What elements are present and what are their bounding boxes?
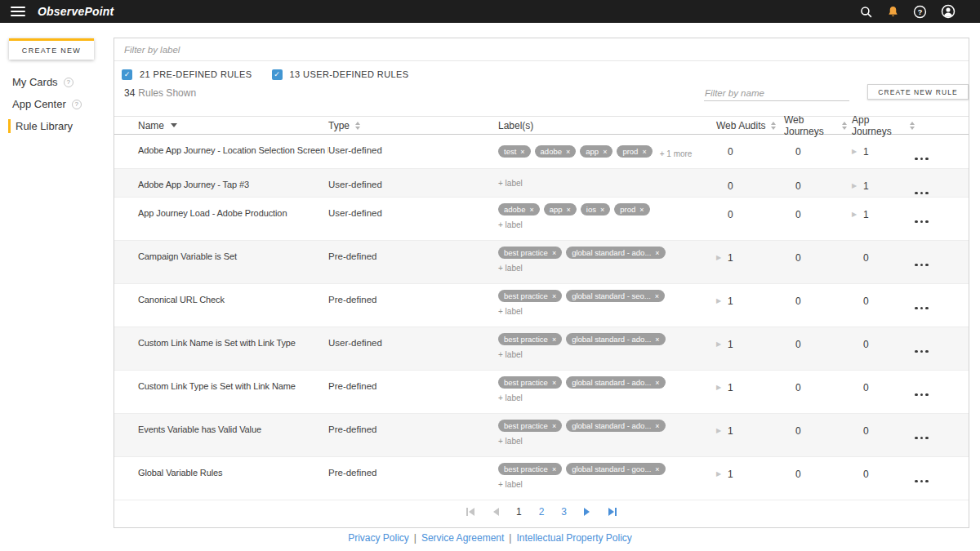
column-header-label: App Journeys — [852, 114, 904, 137]
remove-label-icon[interactable]: × — [552, 249, 556, 257]
help-icon[interactable]: ? — [913, 5, 927, 19]
pagination-page-1[interactable]: 1 — [516, 506, 522, 518]
row-actions-cell — [915, 457, 969, 500]
account-icon[interactable] — [941, 4, 956, 19]
remove-label-icon[interactable]: × — [552, 422, 556, 430]
remove-label-icon[interactable]: × — [529, 206, 533, 214]
row-menu-ellipsis-icon[interactable] — [915, 437, 929, 440]
column-header-type[interactable]: Type — [328, 117, 498, 134]
row-actions-cell — [915, 169, 969, 197]
row-menu-ellipsis-icon[interactable] — [915, 220, 929, 224]
row-menu-ellipsis-icon[interactable] — [915, 393, 929, 397]
help-badge-icon[interactable]: ? — [72, 100, 82, 109]
add-label-button[interactable]: + label — [498, 264, 711, 273]
table-row[interactable]: App Journey Load - Adobe ProductionUser-… — [114, 198, 969, 241]
pagination-page-2[interactable]: 2 — [539, 506, 545, 518]
remove-label-icon[interactable]: × — [655, 465, 659, 473]
create-new-rule-button[interactable]: CREATE NEW RULE — [867, 84, 969, 100]
add-label-button[interactable]: + label — [498, 307, 711, 316]
remove-label-icon[interactable]: × — [552, 335, 556, 344]
web-audits-cell: ▶1 — [711, 327, 779, 370]
footer-link[interactable]: Intellectual Property Policy — [516, 532, 631, 544]
count-value: 0 — [863, 425, 869, 437]
table-row[interactable]: Custom Link Type is Set with Link NamePr… — [114, 371, 969, 414]
sidebar-item-app-center[interactable]: App Center? — [0, 93, 113, 115]
predefined-rules-checkbox[interactable]: ✓ 21 PRE-DEFINED RULES — [122, 69, 252, 80]
remove-label-icon[interactable]: × — [639, 206, 644, 214]
run-play-icon[interactable]: ▶ — [716, 295, 728, 306]
more-labels-link[interactable]: + 1 more — [660, 149, 693, 158]
remove-label-icon[interactable]: × — [600, 206, 604, 214]
row-menu-ellipsis-icon[interactable] — [915, 158, 929, 161]
add-label-button[interactable]: + label — [498, 437, 711, 446]
row-menu-ellipsis-icon[interactable] — [915, 350, 929, 353]
add-label-button[interactable]: + label — [498, 480, 711, 489]
userdefined-rules-checkbox[interactable]: ✓ 13 USER-DEFINED RULES — [272, 69, 409, 80]
pagination-page-3[interactable]: 3 — [561, 506, 567, 518]
create-new-button[interactable]: CREATE NEW — [9, 38, 94, 60]
remove-label-icon[interactable]: × — [566, 148, 570, 156]
remove-label-icon[interactable]: × — [603, 148, 607, 156]
remove-label-icon[interactable]: × — [655, 422, 659, 430]
count-value: 0 — [863, 295, 869, 307]
pagination-prev-icon[interactable] — [492, 508, 499, 516]
remove-label-icon[interactable]: × — [552, 465, 556, 473]
remove-label-icon[interactable]: × — [520, 148, 524, 156]
add-label-button[interactable]: + label — [498, 220, 711, 229]
remove-label-icon[interactable]: × — [552, 379, 556, 387]
web-journeys-cell: 0 — [779, 457, 847, 500]
sidebar-item-rule-library[interactable]: Rule Library — [0, 115, 113, 137]
remove-label-icon[interactable]: × — [655, 292, 659, 300]
label-chip-text: app — [550, 205, 563, 214]
run-play-icon[interactable]: ▶ — [716, 425, 728, 436]
table-row[interactable]: Canonical URL CheckPre-definedbest pract… — [114, 284, 969, 327]
remove-label-icon[interactable]: × — [642, 148, 646, 156]
run-play-icon[interactable]: ▶ — [852, 180, 863, 191]
row-menu-ellipsis-icon[interactable] — [915, 480, 929, 483]
remove-label-icon[interactable]: × — [552, 292, 556, 300]
remove-label-icon[interactable]: × — [567, 206, 571, 214]
label-filter-input[interactable] — [114, 38, 969, 61]
row-menu-ellipsis-icon[interactable] — [915, 264, 929, 267]
table-row[interactable]: Campaign Variable is SetPre-definedbest … — [114, 241, 969, 284]
help-badge-icon[interactable]: ? — [64, 78, 74, 87]
pagination-first-icon[interactable] — [466, 508, 475, 516]
menu-icon[interactable] — [11, 7, 25, 16]
run-play-icon[interactable]: ▶ — [716, 252, 728, 263]
footer-link[interactable]: Privacy Policy — [348, 532, 409, 544]
table-row[interactable]: Custom Link Name is Set with Link TypeUs… — [114, 327, 969, 371]
notifications-bell-icon[interactable] — [887, 5, 899, 18]
row-menu-ellipsis-icon[interactable] — [915, 192, 929, 195]
column-header-app-journeys[interactable]: App Journeys — [847, 117, 915, 134]
column-header-name[interactable]: Name — [114, 117, 328, 134]
sidebar-item-my-cards[interactable]: My Cards? — [0, 71, 113, 93]
count-value: 0 — [863, 252, 869, 264]
table-row[interactable]: Adobe App Journey - Location Selection S… — [114, 135, 969, 169]
add-label-button[interactable]: + label — [498, 393, 711, 402]
run-play-icon[interactable]: ▶ — [716, 339, 728, 349]
search-icon[interactable] — [859, 5, 873, 19]
run-play-icon[interactable]: ▶ — [852, 209, 863, 220]
label-chip: app× — [580, 145, 612, 158]
run-play-icon[interactable]: ▶ — [716, 469, 728, 479]
footer-link[interactable]: Service Agreement — [421, 532, 504, 544]
rule-name-cell: Events Variable has Valid Value — [114, 414, 328, 456]
remove-label-icon[interactable]: × — [655, 379, 659, 387]
add-label-button[interactable]: + label — [498, 350, 711, 359]
table-row[interactable]: Adobe App Journey - Tap #3User-defined+ … — [114, 169, 969, 198]
run-play-icon[interactable]: ▶ — [716, 382, 728, 393]
table-row[interactable]: Events Variable has Valid ValuePre-defin… — [114, 414, 969, 457]
column-header-web-audits[interactable]: Web Audits — [711, 117, 779, 134]
pagination-next-icon[interactable] — [584, 508, 590, 516]
add-label-button[interactable]: + label — [498, 179, 711, 188]
row-menu-ellipsis-icon[interactable] — [915, 307, 929, 310]
count-value: 0 — [728, 209, 733, 220]
run-play-icon[interactable]: ▶ — [852, 146, 863, 157]
count-value: 0 — [728, 180, 733, 192]
pagination-last-icon[interactable] — [608, 508, 617, 516]
remove-label-icon[interactable]: × — [655, 335, 659, 344]
remove-label-icon[interactable]: × — [655, 249, 659, 257]
column-header-web-journeys[interactable]: Web Journeys — [779, 117, 847, 134]
name-filter-input[interactable] — [704, 86, 849, 101]
table-row[interactable]: Global Variable RulesPre-definedbest pra… — [114, 457, 969, 500]
